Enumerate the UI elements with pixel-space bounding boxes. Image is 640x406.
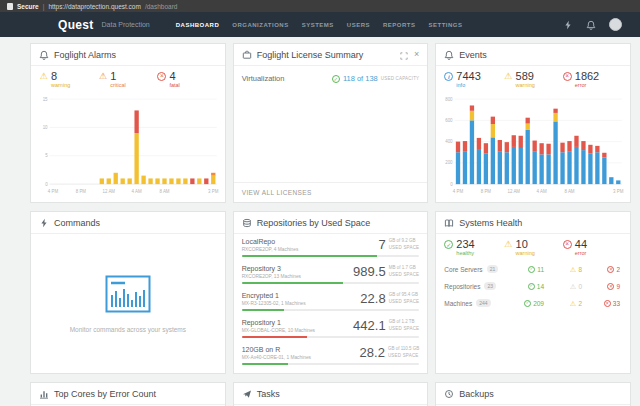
stat: i 7443 info — [444, 70, 503, 89]
nav-item[interactable]: DASHBOARD — [176, 22, 220, 28]
repository-name: Encrypted 1 — [242, 292, 306, 301]
card-title: Foglight License Summary — [257, 50, 364, 60]
stat-label: info — [456, 82, 480, 89]
alarms-chart: 0510154 PM8 PM12 AM4 AM8 AM3 PM — [31, 91, 225, 202]
stat-icon: ⚠ — [504, 240, 513, 249]
svg-text:4 AM: 4 AM — [537, 189, 547, 194]
error-count: 33 — [613, 300, 620, 307]
stat-icon: × — [563, 240, 572, 249]
health-row[interactable]: Repositories 23 ✓ 14 ⚠ 0 × 9 — [436, 278, 630, 295]
svg-text:4 PM: 4 PM — [48, 189, 59, 194]
svg-text:4 AM: 4 AM — [132, 189, 142, 194]
stat: ⚠ 8 warning — [39, 70, 98, 89]
view-all-licenses-link[interactable]: VIEW ALL LICENSES — [234, 182, 428, 202]
browser-address-bar[interactable]: Secure | https://dataprotection.quest.co… — [0, 0, 640, 12]
svg-text:400: 400 — [446, 139, 454, 144]
license-value: 118 of 138 — [343, 74, 378, 83]
repository-progress-fill — [242, 282, 343, 284]
repository-row[interactable]: LocalRepo RXCORE2OP, 4 Machines 7 GB of … — [234, 234, 428, 261]
repository-name: Repository 1 — [242, 319, 315, 328]
error-circle-icon: × — [607, 283, 614, 290]
svg-text:8 AM: 8 AM — [159, 189, 169, 194]
health-row-list: Core Servers 21 ✓ 11 ⚠ 8 × 2 Repositorie… — [436, 259, 630, 312]
svg-text:0: 0 — [45, 181, 48, 186]
stat: ⚠ 1 critical — [98, 70, 157, 89]
nav-item[interactable]: USERS — [347, 22, 370, 28]
card-title: Foglight Alarms — [54, 50, 116, 60]
healthy-count: 209 — [533, 300, 544, 307]
health-row-name: Core Servers — [444, 266, 482, 273]
repository-row[interactable]: 120GB on R MX-Ax40-CORE-01, 1 Machines 2… — [234, 342, 428, 369]
repository-row[interactable]: Repository 1 MX-GLOBAL-CORE, 10 Machines… — [234, 315, 428, 342]
card-top-cores-by-error-count: Top Cores by Error Count — [30, 382, 226, 406]
svg-text:600: 600 — [446, 118, 454, 123]
card-header: Top Cores by Error Count — [31, 383, 225, 405]
stat: × 44 error — [563, 238, 622, 257]
health-row[interactable]: Machines 244 ✓ 209 ⚠ 2 × 33 — [436, 295, 630, 312]
card-header: Commands — [31, 212, 225, 234]
svg-text:200: 200 — [446, 160, 454, 165]
card-events: Events i 7443 info ⚠ 589 warning × 1862 … — [435, 43, 631, 203]
events-stats: i 7443 info ⚠ 589 warning × 1862 error — [436, 66, 630, 91]
stat-value: 10 — [516, 238, 535, 250]
warning-count: 8 — [578, 266, 582, 273]
health-row[interactable]: Core Servers 21 ✓ 11 ⚠ 8 × 2 — [436, 261, 630, 278]
count-badge: 23 — [484, 282, 496, 290]
svg-text:5: 5 — [45, 153, 48, 158]
card-foglight-license-summary: Foglight License Summary × Virtualizatio… — [233, 43, 429, 203]
svg-text:15: 15 — [43, 96, 48, 101]
license-row[interactable]: Virtualization ✓ 118 of 138 USED CAPACIT… — [234, 66, 428, 89]
count-badge: 244 — [476, 299, 490, 307]
nav-item[interactable]: ORGANIZATIONS — [232, 22, 288, 28]
svg-text:12 AM: 12 AM — [508, 189, 521, 194]
avatar[interactable] — [609, 18, 622, 31]
main-nav: DASHBOARD ORGANIZATIONS SYSTEMS USERS RE… — [176, 22, 463, 28]
stat-icon: ✓ — [444, 240, 453, 249]
count-badge: 21 — [487, 265, 499, 273]
bell-icon — [444, 50, 454, 60]
repository-progress-fill — [242, 255, 377, 257]
stat-icon: ⚠ — [504, 72, 513, 81]
url-host: https://dataprotection.quest.com — [48, 3, 141, 10]
product-name: Data Protection — [102, 21, 150, 28]
health-stats: ✓ 234 healthy ⚠ 10 warning × 44 error — [436, 234, 630, 259]
secure-label: Secure — [17, 3, 39, 10]
card-foglight-alarms: Foglight Alarms ⚠ 8 warning ⚠ 1 critical… — [30, 43, 226, 203]
warning-triangle-icon: ⚠ — [569, 300, 576, 307]
repository-progress-track — [242, 309, 420, 311]
health-row-name: Machines — [444, 300, 472, 307]
bolt-icon[interactable] — [563, 20, 573, 30]
quest-logo[interactable]: Quest — [58, 18, 94, 32]
nav-item[interactable]: REPORTS — [383, 22, 416, 28]
repository-used-value: 22.8 — [360, 292, 385, 305]
stat-icon: ⚠ — [98, 72, 107, 81]
card-title: Repositories by Used Space — [257, 218, 371, 228]
repository-used-value: 28.2 — [360, 346, 385, 359]
stat-value: 4 — [169, 70, 179, 82]
stat-value: 234 — [456, 238, 474, 250]
database-icon — [242, 218, 252, 228]
repository-name: 120GB on R — [242, 346, 311, 355]
card-repositories-by-used-space: Repositories by Used Space LocalRepo RXC… — [233, 211, 429, 374]
stat-label: critical — [110, 82, 126, 89]
license-name: Virtualization — [242, 74, 285, 83]
stat-value: 1862 — [575, 70, 599, 82]
close-icon[interactable]: × — [414, 50, 419, 59]
nav-item[interactable]: SETTINGS — [429, 22, 463, 28]
repository-row[interactable]: Encrypted 1 MX-R3-12305-02, 1 Machines 2… — [234, 288, 428, 315]
bolt-icon — [39, 218, 49, 228]
card-header: Backups — [436, 383, 630, 405]
nav-item[interactable]: SYSTEMS — [302, 22, 334, 28]
health-icon — [444, 218, 454, 228]
bell-icon[interactable] — [586, 20, 596, 30]
stat: × 4 fatal — [157, 70, 216, 89]
card-header: Tasks — [234, 383, 428, 405]
error-circle-icon: × — [604, 300, 611, 307]
card-header: Foglight License Summary × — [234, 44, 428, 66]
repository-row[interactable]: Repository 3 RXCORE2OP, 13 Machines 989.… — [234, 261, 428, 288]
repository-progress-fill — [242, 336, 308, 338]
stat-value: 589 — [516, 70, 535, 82]
alarms-stats: ⚠ 8 warning ⚠ 1 critical × 4 fatal — [31, 66, 225, 91]
svg-text:8 PM: 8 PM — [76, 189, 87, 194]
expand-icon[interactable] — [400, 46, 408, 64]
